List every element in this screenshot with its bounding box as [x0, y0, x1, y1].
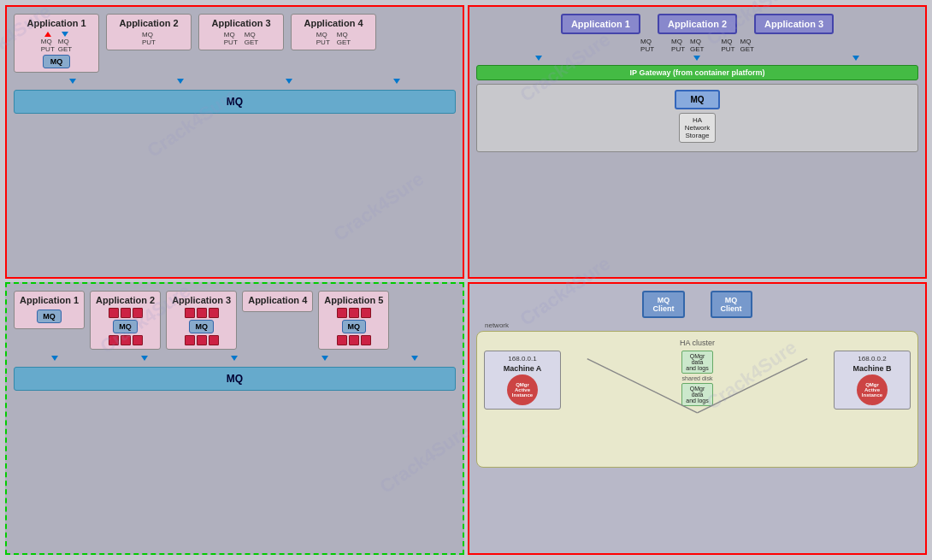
tr-apps-row: Application 1 Application 2 Application …: [476, 14, 918, 34]
machine-a: 168.0.0.1 Machine A QMgrActiveInstance: [484, 351, 561, 410]
shared-disk-label: shared disk: [682, 375, 713, 381]
app-title-2: Application 2: [119, 18, 178, 28]
bl-app1-mq: MQ: [37, 309, 62, 323]
bl-app3-mq: MQ: [189, 320, 214, 333]
top-left-apps-row: Application 1 MQPUT MQGET MQ Application…: [14, 14, 456, 73]
bl-app-4: Application 4: [242, 291, 313, 312]
bl-app-title-5: Application 5: [324, 295, 383, 305]
red-sq: [209, 308, 219, 318]
app-title-3: Application 3: [211, 18, 270, 28]
red-sq: [197, 308, 207, 318]
bl-app-2: Application 2 MQ: [90, 291, 161, 350]
bl-app2-squares-top: [109, 308, 143, 318]
tl-mq-bar: MQ: [14, 90, 456, 114]
red-sq: [361, 335, 371, 345]
machine-a-ip: 168.0.0.1: [508, 355, 536, 363]
machine-a-qmgr: QMgrActiveInstance: [507, 374, 538, 405]
bl-app-title-3: Application 3: [172, 295, 231, 305]
tr-mq-labels-row: MQPUT MQPUT MQGET MQPUT MQGET: [476, 38, 918, 53]
ha-cluster-area: HA cluster 168.0.0.1 Machine A QMgrActiv…: [476, 331, 918, 468]
top-right-panel: Application 1 Application 2 Application …: [468, 5, 927, 279]
app-title-1: Application 1: [27, 18, 86, 28]
tr-app-1: Application 1: [561, 14, 640, 34]
red-sq: [197, 335, 207, 345]
ha-storage-box: HANetworkStorage: [679, 113, 716, 143]
machine-b-ip: 168.0.0.2: [858, 355, 886, 363]
tr-mq-box: MQ: [675, 90, 719, 109]
red-sq: [133, 308, 143, 318]
tr-mq-g2: MQPUT MQGET: [671, 38, 704, 53]
tr-app-3: Application 3: [754, 14, 834, 34]
bl-arrow-1: [51, 356, 58, 361]
bl-app-title-4: Application 4: [248, 295, 307, 305]
tl-arrow-2: [177, 79, 184, 84]
bl-mq-bar: MQ: [14, 367, 456, 391]
bl-app5-squares-top: [337, 308, 371, 318]
shared-disk-area: QMgrdataand logs shared disk QMgrdataand…: [681, 351, 712, 406]
bottom-right-panel: MQClient MQClient network HA cluster 168…: [468, 282, 927, 556]
network-label: network: [485, 321, 918, 329]
main-container: Application 1 MQPUT MQGET MQ Application…: [0, 0, 932, 560]
bl-app-5: Application 5 MQ: [318, 291, 389, 350]
app-box-1: Application 1 MQPUT MQGET MQ: [14, 14, 99, 73]
bl-arrow-5: [411, 356, 418, 361]
tr-mq-g3: MQPUT MQGET: [722, 38, 754, 53]
bl-app3-squares-bot: [185, 335, 219, 345]
machine-b-label: Machine B: [852, 364, 891, 373]
red-sq: [349, 308, 359, 318]
red-sq: [121, 335, 131, 345]
machines-row: 168.0.0.1 Machine A QMgrActiveInstance Q…: [484, 351, 911, 410]
mq-client-2: MQClient: [711, 291, 752, 318]
tr-arrow-2: [693, 56, 700, 61]
tl-arrows: [14, 78, 456, 85]
ip-gateway: IP Gateway (from container platform): [476, 65, 918, 80]
red-sq: [337, 308, 347, 318]
arrow-up-icon: [44, 32, 51, 37]
arrow-down-icon: [62, 32, 68, 37]
data-logs-1: QMgrdataand logs: [681, 351, 712, 374]
tr-inner-area: MQ HANetworkStorage: [476, 84, 918, 152]
red-sq: [185, 335, 195, 345]
tr-arrows: [476, 55, 918, 62]
red-sq: [361, 308, 371, 318]
red-sq: [109, 308, 119, 318]
ha-cluster-label: HA cluster: [484, 339, 911, 347]
bl-app-3: Application 3 MQ: [166, 291, 237, 350]
red-sq: [209, 335, 219, 345]
app3-mq-labels: MQPUT MQGET: [224, 31, 258, 46]
app1-inner-mq: MQ: [43, 55, 71, 68]
app1-mq-labels: MQPUT MQGET: [41, 31, 72, 53]
machine-a-label: Machine A: [504, 364, 542, 373]
bl-app3-squares-top: [185, 308, 219, 318]
app2-mq-labels: MQPUT: [142, 31, 156, 46]
tl-arrow-3: [286, 79, 292, 84]
tr-arrow-1: [535, 56, 542, 61]
red-sq: [185, 308, 195, 318]
app-box-4: Application 4 MQPUT MQGET: [291, 14, 376, 50]
bl-app5-mq: MQ: [342, 320, 367, 333]
bl-app2-squares-bot: [109, 335, 143, 345]
top-left-panel: Application 1 MQPUT MQGET MQ Application…: [5, 5, 464, 279]
app-box-2: Application 2 MQPUT: [106, 14, 192, 50]
bl-app-title-2: Application 2: [96, 295, 155, 305]
tr-app-2: Application 2: [658, 14, 737, 34]
red-sq: [109, 335, 119, 345]
bl-arrow-4: [321, 356, 328, 361]
red-sq: [121, 308, 131, 318]
red-sq: [133, 335, 143, 345]
bl-arrow-2: [141, 356, 148, 361]
bl-app-1: Application 1 MQ: [14, 291, 85, 329]
bl-app2-mq: MQ: [113, 320, 138, 333]
tl-arrow-1: [69, 79, 76, 84]
br-clients-row: MQClient MQClient: [476, 291, 918, 318]
machine-b: 168.0.0.2 Machine B QMgrActiveInstance: [834, 351, 911, 410]
tl-arrow-4: [393, 79, 400, 84]
app4-mq-labels: MQPUT MQGET: [316, 31, 351, 46]
data-logs-2: QMgrdataand logs: [681, 383, 712, 406]
machine-b-qmgr: QMgrActiveInstance: [857, 374, 888, 405]
bl-arrow-3: [231, 356, 238, 361]
red-sq: [349, 335, 359, 345]
mq-client-1: MQClient: [642, 291, 684, 318]
bottom-left-panel: Application 1 MQ Application 2 MQ: [5, 282, 464, 556]
red-sq: [337, 335, 347, 345]
